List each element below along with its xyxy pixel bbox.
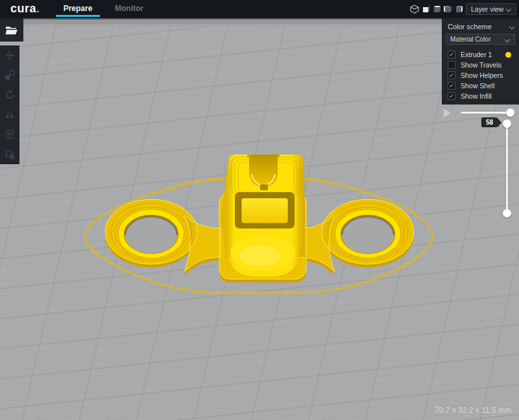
3d-view-icon[interactable] [410,5,419,14]
layer-slider-bottom-handle[interactable] [503,209,511,217]
rotate-tool-button[interactable] [4,90,16,100]
scale-tool-button[interactable] [4,70,16,80]
color-scheme-label: Color scheme [448,23,492,31]
chevron-down-icon [505,36,510,42]
viewport-3d[interactable]: Color scheme Material Color ✓Extruder 1S… [0,18,519,420]
layer-panel-option[interactable]: Show Travels [442,60,519,70]
color-scheme-value: Material Color [450,36,490,43]
layer-slider-top-handle[interactable] [503,119,511,128]
color-scheme-dropdown[interactable]: Material Color [446,34,515,45]
chevron-down-icon [506,6,511,12]
simulation-play-button[interactable] [444,108,451,117]
support-blocker-button[interactable] [4,149,16,160]
layer-panel-option[interactable]: ✓Extruder 1 [442,49,519,60]
camera-view-buttons [410,5,463,14]
per-model-settings-button[interactable] [4,129,16,140]
app-logo: cura. [10,2,40,16]
checkbox-checked[interactable]: ✓ [448,92,455,100]
checkbox-checked[interactable]: ✓ [448,51,455,58]
option-label: Show Travels [461,61,501,69]
left-side-view-icon[interactable] [443,5,452,14]
path-slider-handle[interactable] [506,108,514,117]
checkbox-checked[interactable]: ✓ [448,71,455,79]
front-view-icon[interactable] [421,5,430,14]
checkbox-unchecked[interactable] [448,61,455,69]
open-folder-icon [5,25,18,35]
layer-panel-options: ✓Extruder 1Show Travels✓Show Helpers✓Sho… [442,49,519,101]
open-file-button[interactable] [0,18,23,42]
tab-monitor[interactable]: Monitor [110,0,148,18]
top-bar: cura. Prepare Monitor Layer view [0,0,519,18]
layer-panel-option[interactable]: ✓Show Helpers [442,70,519,80]
model-center-tower[interactable] [222,154,305,277]
edit-toolbar [0,45,19,164]
layer-panel-option[interactable]: ✓Show Infill [442,91,519,101]
chevron-down-icon [509,24,514,29]
model-dimensions-label: 70.7 x 32.2 x 11.5 mm [435,406,511,415]
layer-slider-track[interactable] [506,123,508,213]
view-mode-value: Layer view [471,5,503,13]
layer-view-panel: Color scheme Material Color ✓Extruder 1S… [442,18,519,105]
option-label: Extruder 1 [461,51,492,58]
checkbox-checked[interactable]: ✓ [448,82,455,90]
move-tool-button[interactable] [4,50,16,60]
mirror-tool-button[interactable] [4,110,16,120]
option-label: Show Helpers [461,71,503,79]
logo-dot: . [36,2,40,15]
color-scheme-row[interactable]: Color scheme [442,18,519,33]
logo-text: cura [10,2,36,15]
view-mode-dropdown[interactable]: Layer view [466,3,516,15]
tab-prepare[interactable]: Prepare [56,0,100,18]
option-label: Show Infill [461,92,492,100]
current-layer-badge: 58 [481,117,498,127]
option-label: Show Shell [461,82,495,90]
extruder-color-swatch [505,52,511,58]
path-slider-track[interactable] [461,112,511,114]
top-view-icon[interactable] [432,5,441,14]
layer-panel-option[interactable]: ✓Show Shell [442,80,519,91]
layer-view-render [0,18,519,420]
right-side-view-icon[interactable] [454,5,463,14]
